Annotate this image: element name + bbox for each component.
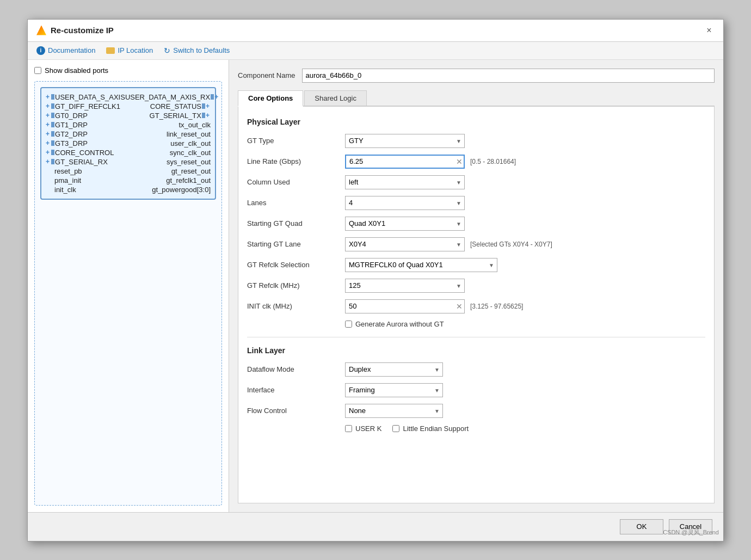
- lanes-select[interactable]: 1 2 4 8: [345, 196, 465, 210]
- line-rate-clear-icon[interactable]: ✕: [456, 157, 463, 166]
- user-k-label: USER K: [345, 424, 381, 433]
- port-box: + USER_DATA_S_AXIS USER_DATA_M_AXIS_RX +: [40, 87, 216, 200]
- show-disabled-ports-checkbox[interactable]: [34, 67, 41, 74]
- gt-type-control: GTY GTH GTP ▼: [345, 134, 465, 148]
- init-clk-input-wrap: ✕: [345, 299, 465, 313]
- switch-to-defaults-button[interactable]: ↻ Switch to Defaults: [164, 46, 230, 55]
- dataflow-mode-select-wrap: Duplex Simplex TX Simplex RX ▼: [345, 362, 443, 377]
- component-name-row: Component Name: [238, 69, 715, 83]
- show-disabled-ports-label: Show disabled ports: [45, 66, 108, 75]
- refresh-icon: ↻: [164, 46, 170, 55]
- starting-gt-lane-control: X0Y0 X0Y4 X0Y8 ▼: [345, 237, 465, 251]
- gt-type-select[interactable]: GTY GTH GTP: [345, 134, 465, 148]
- right-connector-7: sync_clk_out: [170, 149, 211, 157]
- line-rate-control: ✕: [345, 155, 465, 169]
- right-connector-6: user_clk_out: [170, 139, 211, 147]
- left-connector-5: + GT2_DRP: [46, 130, 88, 138]
- generate-aurora-checkbox[interactable]: [345, 321, 352, 328]
- gt-type-row: GT Type GTY GTH GTP ▼: [247, 134, 705, 148]
- little-endian-label: Little Endian Support: [392, 424, 469, 433]
- port-row-6: + GT3_DRP user_clk_out: [46, 139, 211, 148]
- documentation-button[interactable]: i Documentation: [36, 46, 95, 55]
- interface-select[interactable]: Framing Streaming: [345, 383, 443, 397]
- flow-control-label: Flow Control: [247, 407, 345, 415]
- user-k-checkbox[interactable]: [345, 425, 352, 432]
- column-used-select-wrap: left right ▼: [345, 175, 465, 189]
- right-panel: Component Name Core Options Shared Logic…: [229, 60, 723, 512]
- show-disabled-ports-row: Show disabled ports: [34, 66, 222, 75]
- starting-gt-lane-label: Starting GT Lane: [247, 240, 345, 248]
- left-connector-9: reset_pb: [46, 167, 82, 175]
- dataflow-mode-row: Dataflow Mode Duplex Simplex TX Simplex …: [247, 362, 705, 377]
- gt-refclk-mhz-select[interactable]: 125 156.25 250: [345, 279, 465, 293]
- starting-gt-quad-label: Starting GT Quad: [247, 219, 345, 227]
- flow-control-select-wrap: None UFC UF ▼: [345, 404, 443, 418]
- line-rate-label: Line Rate (Gbps): [247, 157, 345, 165]
- lanes-label: Lanes: [247, 199, 345, 207]
- interface-label: Interface: [247, 386, 345, 394]
- init-clk-input[interactable]: [345, 299, 465, 313]
- flow-control-select[interactable]: None UFC UF: [345, 404, 443, 418]
- little-endian-checkbox[interactable]: [392, 425, 399, 432]
- gt-refclk-sel-label: GT Refclk Selection: [247, 261, 345, 269]
- gt-refclk-sel-select[interactable]: MGTREFCLK0 of Quad X0Y1 MGTREFCLK1 of Qu…: [345, 258, 497, 272]
- left-connector-3: + GT0_DRP: [46, 112, 88, 120]
- gt-type-select-wrap: GTY GTH GTP ▼: [345, 134, 465, 148]
- starting-gt-quad-row: Starting GT Quad Quad X0Y0 Quad X0Y1 Qua…: [247, 217, 705, 231]
- info-icon: i: [36, 46, 45, 55]
- column-used-select[interactable]: left right: [345, 175, 465, 189]
- gt-refclk-sel-row: GT Refclk Selection MGTREFCLK0 of Quad X…: [247, 258, 705, 272]
- flow-control-row: Flow Control None UFC UF ▼: [247, 404, 705, 418]
- port-row-3: + GT0_DRP GT_SERIAL_TX +: [46, 111, 211, 120]
- starting-gt-lane-hint: [Selected GTs X0Y4 - X0Y7]: [470, 241, 552, 248]
- left-connector-1: + USER_DATA_S_AXIS: [46, 93, 125, 101]
- watermark: CSDN @灵风_Brend: [663, 528, 719, 537]
- ip-location-button[interactable]: IP Location: [106, 46, 153, 54]
- gt-refclk-sel-control: MGTREFCLK0 of Quad X0Y1 MGTREFCLK1 of Qu…: [345, 258, 497, 272]
- flow-control-control: None UFC UF ▼: [345, 404, 443, 418]
- ip-location-label: IP Location: [118, 46, 153, 54]
- dataflow-mode-control: Duplex Simplex TX Simplex RX ▼: [345, 362, 443, 377]
- interface-control: Framing Streaming ▼: [345, 383, 443, 397]
- interface-row: Interface Framing Streaming ▼: [247, 383, 705, 397]
- port-row-5: + GT2_DRP link_reset_out: [46, 130, 211, 139]
- link-layer-title: Link Layer: [247, 346, 705, 355]
- tab-shared-logic[interactable]: Shared Logic: [304, 90, 367, 106]
- close-button[interactable]: ×: [704, 25, 715, 36]
- column-used-row: Column Used left right ▼: [247, 175, 705, 189]
- column-used-control: left right ▼: [345, 175, 465, 189]
- right-connector-5: link_reset_out: [167, 130, 211, 138]
- init-clk-clear-icon[interactable]: ✕: [456, 302, 463, 311]
- toolbar: i Documentation IP Location ↻ Switch to …: [28, 42, 723, 60]
- line-rate-input-wrap: ✕: [345, 155, 465, 169]
- starting-gt-quad-select[interactable]: Quad X0Y0 Quad X0Y1 Quad X0Y2: [345, 217, 465, 231]
- left-panel: Show disabled ports + USER_DATA_S_AXIS U…: [28, 60, 229, 512]
- gt-refclk-mhz-row: GT Refclk (MHz) 125 156.25 250 ▼: [247, 279, 705, 293]
- folder-icon: [106, 47, 115, 54]
- right-connector-2: CORE_STATUS +: [150, 102, 211, 110]
- section-divider: [247, 337, 705, 337]
- gt-refclk-mhz-select-wrap: 125 156.25 250 ▼: [345, 279, 465, 293]
- dataflow-mode-select[interactable]: Duplex Simplex TX Simplex RX: [345, 362, 443, 377]
- port-row-10: pma_init gt_refclk1_out: [46, 176, 211, 185]
- generate-aurora-label: Generate Aurora without GT: [345, 320, 444, 328]
- starting-gt-lane-select[interactable]: X0Y0 X0Y4 X0Y8: [345, 237, 465, 251]
- line-rate-input[interactable]: [345, 155, 465, 169]
- user-k-row: USER K Little Endian Support: [247, 424, 705, 433]
- user-k-text: USER K: [355, 424, 381, 433]
- generate-aurora-row: Generate Aurora without GT: [247, 320, 705, 328]
- left-connector-6: + GT3_DRP: [46, 139, 88, 147]
- lanes-control: 1 2 4 8 ▼: [345, 196, 465, 210]
- port-row-4: + GT1_DRP tx_out_clk: [46, 120, 211, 130]
- component-name-input[interactable]: [302, 69, 715, 83]
- tab-core-options[interactable]: Core Options: [238, 90, 303, 107]
- ok-button[interactable]: OK: [620, 519, 663, 534]
- column-used-label: Column Used: [247, 178, 345, 186]
- gt-refclk-mhz-control: 125 156.25 250 ▼: [345, 279, 465, 293]
- port-row-9: reset_pb gt_reset_out: [46, 167, 211, 176]
- little-endian-text: Little Endian Support: [403, 424, 469, 433]
- lanes-row: Lanes 1 2 4 8 ▼: [247, 196, 705, 210]
- gt-type-label: GT Type: [247, 137, 345, 145]
- starting-gt-lane-row: Starting GT Lane X0Y0 X0Y4 X0Y8 ▼ [Selec…: [247, 237, 705, 251]
- title-bar-left: Re-customize IP: [36, 26, 114, 35]
